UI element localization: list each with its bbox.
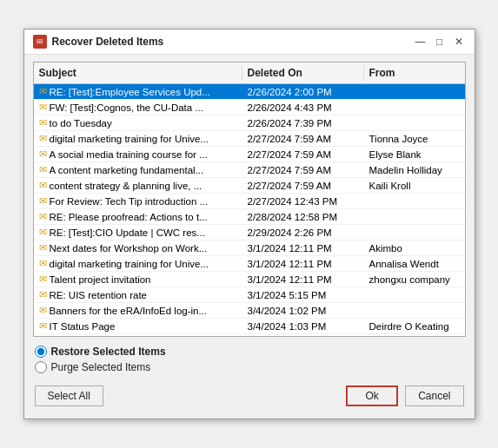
cell-deleted-on: 3/1/2024 12:11 PM bbox=[242, 241, 364, 255]
dialog-icon: ✉ bbox=[33, 35, 47, 49]
cell-deleted-on: 2/27/2024 7:59 AM bbox=[242, 148, 364, 161]
cell-deleted-on: 2/27/2024 12:43 PM bbox=[242, 194, 364, 208]
subject-text: A content marketing fundamental... bbox=[50, 165, 204, 175]
cell-from bbox=[364, 215, 465, 219]
restore-radio[interactable] bbox=[35, 346, 47, 358]
email-icon: ✉ bbox=[39, 180, 47, 191]
select-all-button[interactable]: Select All bbox=[35, 385, 103, 406]
table-body[interactable]: ✉RE: [Test]:Employee Services Upd...2/26… bbox=[34, 84, 465, 336]
restore-label: Restore Selected Items bbox=[51, 346, 166, 358]
cell-deleted-on: 3/4/2024 1:03 PM bbox=[242, 320, 364, 333]
cell-deleted-on: 2/26/2024 2:00 PM bbox=[242, 85, 364, 99]
email-icon: ✉ bbox=[39, 117, 47, 128]
cell-deleted-on: 3/1/2024 12:11 PM bbox=[242, 257, 364, 271]
cell-subject: ✉RE: UIS retention rate bbox=[34, 287, 242, 302]
subject-text: to do Tuesday bbox=[50, 118, 112, 128]
button-row: Select All Ok Cancel bbox=[33, 382, 466, 412]
title-bar-left: ✉ Recover Deleted Items bbox=[33, 35, 164, 49]
email-icon: ✉ bbox=[39, 227, 47, 238]
purge-label: Purge Selected Items bbox=[51, 361, 151, 373]
email-icon: ✉ bbox=[39, 305, 47, 316]
table-row[interactable]: ✉Banners for the eRA/InfoEd log-in...3/4… bbox=[34, 303, 465, 319]
table-row[interactable]: ✉A content marketing fundamental...2/27/… bbox=[34, 162, 465, 178]
cell-subject: ✉Talent project invitation bbox=[34, 272, 242, 287]
email-icon: ✉ bbox=[39, 258, 47, 269]
table-header: Subject Deleted On From bbox=[34, 63, 465, 84]
title-bar: ✉ Recover Deleted Items — □ ✕ bbox=[24, 30, 475, 55]
cell-subject: ✉digital marketing training for Unive... bbox=[34, 131, 242, 146]
cell-deleted-on: 2/26/2024 7:39 PM bbox=[242, 116, 364, 130]
table-row[interactable]: ✉IT Status Page3/4/2024 1:03 PMDeirdre O… bbox=[34, 319, 465, 334]
col-header-from: From bbox=[364, 65, 465, 81]
table-row[interactable]: ✉RE: Please proofread: Actions to t...2/… bbox=[34, 209, 465, 225]
email-icon: ✉ bbox=[39, 320, 47, 332]
minimize-button[interactable]: — bbox=[414, 35, 428, 49]
table-row[interactable]: ✉digital marketing training for Unive...… bbox=[34, 256, 465, 272]
cell-deleted-on: 2/27/2024 7:59 AM bbox=[242, 179, 364, 193]
maximize-button[interactable]: □ bbox=[433, 35, 447, 49]
cell-deleted-on: 3/4/2024 1:02 PM bbox=[242, 304, 364, 318]
cell-subject: ✉Next dates for Workshop on Work... bbox=[34, 240, 242, 255]
action-radio-group: Restore Selected Items Purge Selected It… bbox=[33, 342, 466, 377]
table-row[interactable]: ✉For Review: Tech Tip introduction ...2/… bbox=[34, 194, 465, 209]
subject-text: content strategy & planning live, ... bbox=[50, 181, 203, 191]
cell-subject: ✉RE: [Test]:Employee Services Upd... bbox=[34, 84, 242, 99]
subject-text: RE: [Test]:CIO Update | CWC res... bbox=[50, 227, 205, 238]
btn-row-right: Ok Cancel bbox=[346, 385, 463, 406]
cell-subject: ✉IT Status Page bbox=[34, 319, 242, 333]
subject-text: Talent project invitation bbox=[50, 274, 151, 285]
close-button[interactable]: ✕ bbox=[452, 35, 466, 49]
email-icon: ✉ bbox=[39, 102, 47, 113]
dialog-title: Recover Deleted Items bbox=[52, 36, 164, 48]
cell-from: Annalisa Wendt bbox=[364, 257, 465, 271]
cell-from: Tionna Joyce bbox=[364, 132, 465, 146]
cell-deleted-on: 2/27/2024 7:59 AM bbox=[242, 163, 364, 177]
email-icon: ✉ bbox=[39, 289, 47, 300]
email-icon: ✉ bbox=[39, 273, 47, 285]
cell-from bbox=[364, 309, 465, 313]
cell-from: zhongxu company bbox=[364, 273, 465, 287]
table-row[interactable]: ✉digital marketing training for Unive...… bbox=[34, 131, 465, 147]
cell-deleted-on: 2/28/2024 12:58 PM bbox=[242, 210, 364, 224]
email-icon: ✉ bbox=[39, 195, 47, 207]
cell-deleted-on: 2/27/2024 7:59 AM bbox=[242, 132, 364, 146]
ok-button[interactable]: Ok bbox=[346, 385, 398, 406]
table-row[interactable]: ✉FW: [Test]:Cognos, the CU-Data ...2/26/… bbox=[34, 100, 465, 115]
email-icon: ✉ bbox=[39, 164, 47, 175]
table-row[interactable]: ✉Next dates for Workshop on Work...3/1/2… bbox=[34, 240, 465, 256]
subject-text: RE: [Test]:Employee Services Upd... bbox=[50, 87, 210, 97]
cell-subject: ✉ bbox=[34, 334, 242, 336]
table-row[interactable]: ✉3/4/2024 1:12 PM bbox=[34, 334, 465, 336]
email-icon: ✉ bbox=[39, 148, 47, 160]
cell-from bbox=[364, 293, 465, 297]
cell-from bbox=[364, 90, 465, 94]
cell-subject: ✉Banners for the eRA/InfoEd log-in... bbox=[34, 303, 242, 318]
subject-text: RE: Please proofread: Actions to t... bbox=[50, 212, 208, 222]
table-row[interactable]: ✉RE: UIS retention rate3/1/2024 5:15 PM bbox=[34, 287, 465, 303]
cell-subject: ✉For Review: Tech Tip introduction ... bbox=[34, 194, 242, 208]
table-row[interactable]: ✉RE: [Test]:Employee Services Upd...2/26… bbox=[34, 84, 465, 100]
subject-text: digital marketing training for Unive... bbox=[50, 259, 209, 269]
cell-deleted-on: 3/1/2024 5:15 PM bbox=[242, 288, 364, 302]
col-header-subject: Subject bbox=[34, 65, 242, 81]
cell-from bbox=[364, 231, 465, 234]
cell-subject: ✉content strategy & planning live, ... bbox=[34, 178, 242, 193]
subject-text: Banners for the eRA/InfoEd log-in... bbox=[50, 306, 208, 316]
restore-option[interactable]: Restore Selected Items bbox=[35, 346, 464, 358]
purge-option[interactable]: Purge Selected Items bbox=[35, 361, 464, 373]
table-row[interactable]: ✉Talent project invitation3/1/2024 12:11… bbox=[34, 272, 465, 287]
purge-radio[interactable] bbox=[35, 361, 47, 373]
email-icon: ✉ bbox=[39, 86, 47, 97]
cell-deleted-on: 2/26/2024 4:43 PM bbox=[242, 101, 364, 115]
table-row[interactable]: ✉RE: [Test]:CIO Update | CWC res...2/29/… bbox=[34, 225, 465, 240]
items-table: Subject Deleted On From ✉RE: [Test]:Empl… bbox=[33, 62, 466, 337]
table-row[interactable]: ✉A social media training course for ...2… bbox=[34, 147, 465, 162]
table-row[interactable]: ✉to do Tuesday2/26/2024 7:39 PM bbox=[34, 115, 465, 131]
cell-subject: ✉to do Tuesday bbox=[34, 115, 242, 130]
cell-subject: ✉A content marketing fundamental... bbox=[34, 162, 242, 177]
cancel-button[interactable]: Cancel bbox=[405, 385, 463, 406]
subject-text: FW: [Test]:Cognos, the CU-Data ... bbox=[50, 102, 203, 113]
cell-subject: ✉RE: [Test]:CIO Update | CWC res... bbox=[34, 225, 242, 240]
cell-deleted-on: 2/29/2024 2:26 PM bbox=[242, 226, 364, 240]
table-row[interactable]: ✉content strategy & planning live, ...2/… bbox=[34, 178, 465, 194]
